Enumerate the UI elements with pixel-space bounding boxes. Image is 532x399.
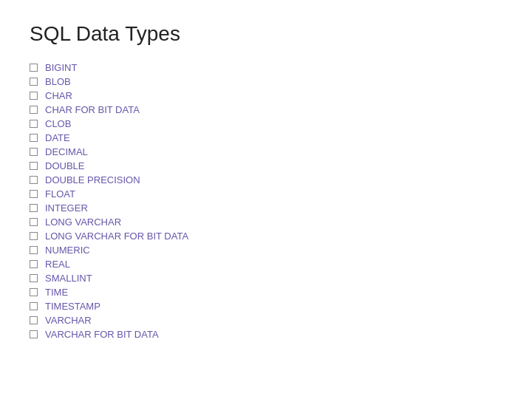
data-type-link[interactable]: TIMESTAMP	[45, 301, 100, 312]
checkbox-icon	[30, 302, 38, 310]
checkbox-icon	[30, 246, 38, 254]
data-type-link[interactable]: DECIMAL	[45, 146, 88, 157]
list-item: TIMESTAMP	[30, 301, 502, 312]
data-type-link[interactable]: LONG VARCHAR FOR BIT DATA	[45, 231, 188, 242]
checkbox-icon	[30, 78, 38, 86]
checkbox-icon	[30, 330, 38, 338]
data-type-link[interactable]: VARCHAR	[45, 315, 92, 326]
list-item: FLOAT	[30, 188, 502, 200]
data-type-link[interactable]: TIME	[45, 287, 68, 298]
list-item: DOUBLE	[30, 160, 502, 171]
checkbox-icon	[30, 162, 38, 170]
data-type-link[interactable]: NUMERIC	[45, 245, 90, 256]
checkbox-icon	[30, 64, 38, 72]
checkbox-icon	[30, 176, 38, 184]
data-type-link[interactable]: DOUBLE	[45, 160, 84, 171]
list-item: CHAR FOR BIT DATA	[30, 104, 502, 115]
list-item: NUMERIC	[30, 245, 502, 256]
data-type-link[interactable]: VARCHAR FOR BIT DATA	[45, 329, 159, 340]
checkbox-icon	[30, 134, 38, 142]
data-type-link[interactable]: CHAR FOR BIT DATA	[45, 104, 140, 115]
list-item: SMALLINT	[30, 273, 502, 284]
page-title: SQL Data Types	[30, 22, 502, 46]
list-item: CLOB	[30, 118, 502, 129]
checkbox-icon	[30, 232, 38, 240]
data-type-link[interactable]: INTEGER	[45, 202, 88, 214]
checkbox-icon	[30, 120, 38, 128]
list-item: REAL	[30, 259, 502, 270]
list-item: BLOB	[30, 76, 502, 87]
list-item: TIME	[30, 287, 502, 298]
data-types-list: BIGINTBLOBCHARCHAR FOR BIT DATACLOBDATED…	[30, 62, 502, 343]
list-item: DATE	[30, 132, 502, 143]
checkbox-icon	[30, 316, 38, 324]
checkbox-icon	[30, 204, 38, 212]
list-item: LONG VARCHAR	[30, 216, 502, 228]
data-type-link[interactable]: DOUBLE PRECISION	[45, 174, 140, 185]
checkbox-icon	[30, 274, 38, 282]
list-item: DECIMAL	[30, 146, 502, 157]
list-item: LONG VARCHAR FOR BIT DATA	[30, 231, 502, 242]
list-item: BIGINT	[30, 62, 502, 73]
data-type-link[interactable]: REAL	[45, 259, 70, 270]
data-type-link[interactable]: FLOAT	[45, 188, 75, 200]
list-item: VARCHAR FOR BIT DATA	[30, 329, 502, 340]
data-type-link[interactable]: SMALLINT	[45, 273, 92, 284]
list-item: VARCHAR	[30, 315, 502, 326]
checkbox-icon	[30, 106, 38, 114]
data-type-link[interactable]: DATE	[45, 132, 70, 143]
checkbox-icon	[30, 218, 38, 226]
checkbox-icon	[30, 190, 38, 198]
data-type-link[interactable]: BIGINT	[45, 62, 77, 73]
data-type-link[interactable]: BLOB	[45, 76, 71, 87]
list-item: CHAR	[30, 90, 502, 101]
data-type-link[interactable]: CLOB	[45, 118, 71, 129]
checkbox-icon	[30, 92, 38, 100]
list-item: DOUBLE PRECISION	[30, 174, 502, 185]
data-type-link[interactable]: CHAR	[45, 90, 72, 101]
checkbox-icon	[30, 148, 38, 156]
checkbox-icon	[30, 288, 38, 296]
data-type-link[interactable]: LONG VARCHAR	[45, 216, 121, 228]
page-container: SQL Data Types BIGINTBLOBCHARCHAR FOR BI…	[0, 0, 532, 365]
list-item: INTEGER	[30, 202, 502, 214]
checkbox-icon	[30, 260, 38, 268]
